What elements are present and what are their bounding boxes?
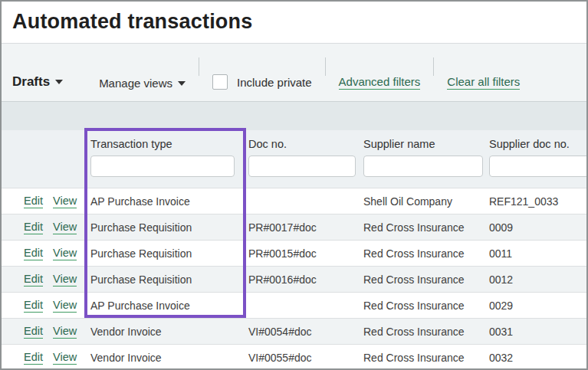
cell-doc-no: VI#0054#doc [245, 326, 360, 338]
column-header-doc-no: Doc no. [245, 138, 360, 188]
cell-doc-no: PR#0016#doc [245, 273, 360, 286]
cell-doc-no: PR#0015#doc [245, 247, 360, 260]
include-private-control: Include private [212, 74, 312, 90]
chevron-down-icon [178, 81, 186, 86]
cell-supplier-doc-no: 0009 [486, 221, 586, 234]
toolbar-divider [199, 57, 199, 76]
cell-supplier-doc-no: 0029 [486, 300, 586, 312]
toolbar-divider [433, 57, 434, 76]
title-bar: Automated transactions [2, 2, 586, 44]
page-title: Automated transactions [12, 10, 576, 34]
table-row: Edit View Vendor Invoice VI#0054#doc Red… [2, 318, 586, 344]
view-link[interactable]: View [53, 299, 77, 313]
edit-link[interactable]: Edit [24, 299, 43, 313]
table-row: Edit View Purchase Requisition PR#0016#d… [2, 266, 586, 292]
clear-all-filters-link[interactable]: Clear all filters [447, 75, 520, 90]
view-link[interactable]: View [53, 195, 77, 208]
cell-supplier-doc-no: 0032 [486, 352, 586, 364]
column-header-transaction-type: Transaction type [83, 138, 245, 188]
view-link[interactable]: View [53, 325, 77, 339]
table-body: Edit View AP Purchase Invoice Shell Oil … [2, 188, 586, 370]
cell-doc-no: VI#0055#doc [245, 352, 360, 364]
edit-link[interactable]: Edit [24, 351, 43, 365]
table-group-band [2, 101, 586, 130]
cell-transaction-type: Vendor Invoice [83, 326, 245, 338]
table-row: Edit View AP Purchase Invoice Shell Oil … [2, 188, 586, 214]
chevron-down-icon [55, 80, 63, 84]
manage-views-label: Manage views [99, 77, 172, 90]
include-private-label: Include private [237, 76, 312, 89]
edit-link[interactable]: Edit [24, 273, 43, 287]
transaction-type-filter-input[interactable] [90, 156, 235, 177]
toolbar-divider [325, 57, 326, 76]
table-row: Edit View Purchase Requisition PR#0015#d… [2, 240, 586, 266]
column-label: Supplier doc no. [489, 138, 588, 150]
view-link[interactable]: View [53, 221, 77, 234]
cell-transaction-type: Purchase Requisition [83, 273, 245, 286]
view-link[interactable]: View [53, 351, 77, 365]
table-row: Edit View AP Purchase Invoice Red Cross … [2, 292, 586, 318]
advanced-filters-link[interactable]: Advanced filters [339, 75, 421, 90]
cell-doc-no: PR#0017#doc [245, 221, 360, 234]
column-header-supplier-doc-no: Supplier doc no. [486, 138, 588, 188]
view-link[interactable]: View [53, 247, 77, 260]
view-link[interactable]: View [53, 273, 77, 287]
cell-transaction-type: Vendor Invoice [83, 352, 245, 364]
table-row: Edit View Purchase Requisition PR#0017#d… [2, 214, 586, 240]
automated-transactions-window: Automated transactions Drafts Manage vie… [0, 0, 588, 370]
supplier-doc-no-filter-input[interactable] [489, 156, 588, 177]
cell-supplier-name: Red Cross Insurance [360, 247, 486, 260]
cell-supplier-name: Red Cross Insurance [360, 352, 486, 364]
cell-transaction-type: AP Purchase Invoice [83, 195, 245, 208]
column-label: Doc no. [248, 138, 360, 150]
column-header-supplier-name: Supplier name [360, 138, 486, 188]
cell-supplier-doc-no: 0031 [486, 326, 586, 338]
actions-column-header [2, 138, 83, 188]
cell-supplier-name: Red Cross Insurance [360, 326, 486, 338]
include-private-checkbox[interactable] [212, 74, 228, 90]
cell-supplier-name: Red Cross Insurance [360, 300, 486, 312]
column-label: Supplier name [363, 138, 486, 150]
view-selector-label: Drafts [12, 74, 50, 90]
cell-supplier-doc-no: REF121_0033 [486, 195, 586, 208]
cell-supplier-name: Red Cross Insurance [360, 221, 486, 234]
edit-link[interactable]: Edit [24, 247, 43, 260]
table-row: Edit View Vendor Invoice VI#0055#doc Red… [2, 344, 586, 370]
cell-supplier-doc-no: 0012 [486, 273, 586, 286]
edit-link[interactable]: Edit [24, 195, 43, 208]
supplier-name-filter-input[interactable] [363, 156, 483, 177]
cell-supplier-name: Red Cross Insurance [360, 273, 486, 286]
cell-transaction-type: Purchase Requisition [83, 221, 245, 234]
toolbar: Drafts Manage views Include private Adva… [2, 44, 586, 101]
manage-views-dropdown[interactable]: Manage views [99, 77, 186, 90]
cell-supplier-name: Shell Oil Company [360, 195, 486, 208]
column-label: Transaction type [90, 138, 245, 150]
edit-link[interactable]: Edit [24, 325, 43, 339]
edit-link[interactable]: Edit [24, 221, 43, 234]
cell-supplier-doc-no: 0011 [486, 247, 586, 260]
table-header-row: Transaction type Doc no. Supplier name S… [2, 130, 586, 188]
view-selector-dropdown[interactable]: Drafts [12, 74, 63, 90]
cell-transaction-type: AP Purchase Invoice [83, 300, 245, 312]
doc-no-filter-input[interactable] [248, 156, 356, 177]
cell-transaction-type: Purchase Requisition [83, 247, 245, 260]
